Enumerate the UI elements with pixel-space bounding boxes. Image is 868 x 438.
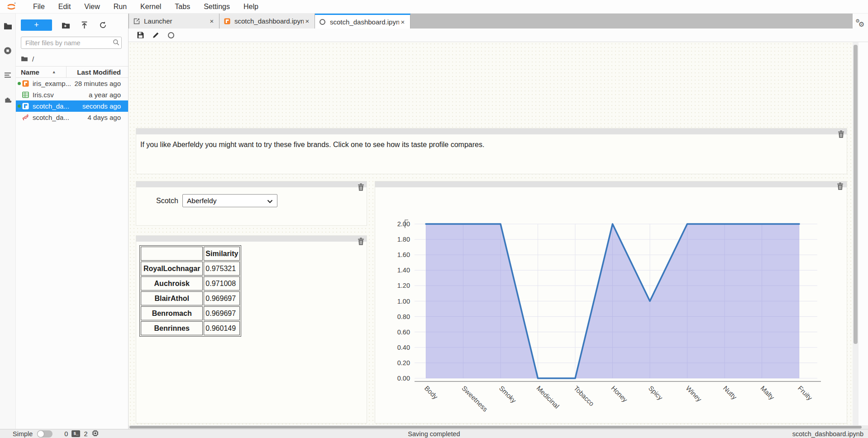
table-row[interactable]: RoyalLochnagar 0.975321 (141, 262, 240, 276)
right-edge-panel (858, 42, 868, 425)
svg-text:1.20: 1.20 (397, 282, 410, 289)
jupyter-logo-icon (4, 1, 19, 13)
file-modified: 28 minutes ago (71, 80, 128, 87)
file-name: iris_examp... (33, 80, 71, 87)
table-row[interactable]: Benrinnes 0.960149 (141, 321, 240, 335)
table-row[interactable]: Auchroisk 0.971008 (141, 276, 240, 290)
svg-text:Sweetness: Sweetness (460, 384, 489, 413)
kernel-status-icon[interactable] (167, 31, 176, 40)
svg-text:0.80: 0.80 (397, 313, 410, 320)
breadcrumb-root[interactable]: / (32, 55, 34, 63)
svg-text:Smoky: Smoky (498, 384, 518, 405)
svg-text:Spicy: Spicy (647, 384, 664, 401)
table-of-contents-icon[interactable] (3, 71, 12, 80)
running-dot (18, 105, 21, 108)
table-row[interactable]: Benromach 0.969697 (141, 306, 240, 320)
similarity-table-cell: Similarity RoyalLochnagar 0.975321 Auchr… (136, 235, 367, 424)
scrollbar-thumb[interactable] (854, 45, 858, 344)
svg-text:0.40: 0.40 (397, 344, 410, 351)
simple-mode-toggle[interactable] (37, 430, 52, 438)
svg-text:1.00: 1.00 (397, 298, 410, 305)
filter-files-input[interactable] (21, 37, 122, 49)
horizontal-scrollbar[interactable] (129, 425, 868, 429)
cell-drag-handle[interactable] (136, 181, 367, 187)
cell-drag-handle[interactable] (136, 236, 367, 242)
save-icon[interactable] (136, 31, 145, 40)
trash-icon[interactable] (837, 129, 845, 138)
refresh-icon[interactable] (98, 20, 108, 30)
tab-label: scotch_dashboard.ipynb (234, 17, 304, 25)
kernels-count[interactable]: 2 (84, 430, 87, 438)
main-area: Launcher × scotch_dashboard.ipynb × scot… (129, 14, 868, 429)
file-row[interactable]: Iris.csv a year ago (16, 89, 128, 100)
scotch-selected-value: Aberfeldy (187, 197, 267, 205)
terminal-icon[interactable]: $_ (72, 430, 80, 437)
file-row-selected[interactable]: scotch_da... seconds ago (16, 100, 128, 112)
search-icon (113, 39, 120, 48)
running-kernels-icon[interactable] (3, 46, 12, 55)
similarity-header-cell: Similarity (204, 247, 240, 261)
tab-launcher[interactable]: Launcher × (129, 14, 219, 29)
menu-edit[interactable]: Edit (52, 1, 78, 13)
menu-bar: File Edit View Run Kernel Tabs Settings … (0, 0, 868, 14)
file-row[interactable]: iris_examp... 28 minutes ago (16, 78, 128, 89)
table-row[interactable]: BlairAthol 0.969697 (141, 291, 240, 305)
file-name: scotch_da... (33, 102, 69, 110)
status-bar: Simple 0 $_ 2 Saving completed scotch_da… (0, 429, 868, 438)
menu-run[interactable]: Run (107, 1, 134, 13)
file-modified: 4 days ago (69, 114, 128, 121)
column-last-modified[interactable]: Last Modified (67, 68, 128, 76)
menu-help[interactable]: Help (237, 1, 265, 13)
new-launcher-button[interactable]: + (21, 19, 52, 31)
trash-icon[interactable] (357, 182, 365, 191)
kernel-chip-icon[interactable] (92, 430, 99, 438)
scotch-select-cell: Scotch Aberfeldy (136, 181, 367, 226)
close-icon[interactable]: × (208, 17, 215, 25)
scrollbar-thumb[interactable] (129, 426, 862, 428)
tab-scotch-dashboard-1[interactable]: scotch_dashboard.ipynb × (219, 14, 315, 29)
svg-text:1.40: 1.40 (397, 267, 410, 274)
running-dot (18, 82, 21, 85)
file-modified: seconds ago (69, 102, 128, 110)
trash-icon[interactable] (357, 237, 365, 246)
menu-file[interactable]: File (26, 1, 52, 13)
cell-drag-handle[interactable] (136, 129, 847, 134)
svg-text:Malty: Malty (759, 384, 776, 401)
taste-profile-chart[interactable]: 0.000.200.400.600.801.001.201.401.601.80… (375, 181, 848, 424)
extensions-icon[interactable] (3, 95, 12, 104)
upload-icon[interactable] (80, 20, 89, 30)
breadcrumb[interactable]: / (16, 49, 128, 63)
new-folder-icon[interactable] (61, 20, 71, 30)
svg-text:0.60: 0.60 (397, 328, 410, 336)
svg-text:Nutty: Nutty (722, 384, 739, 401)
svg-text:Winey: Winey (684, 384, 703, 403)
file-browser-icon[interactable] (3, 22, 12, 31)
menu-view[interactable]: View (77, 1, 106, 13)
right-toolbar: ⚙⚙ (853, 14, 868, 29)
menu-tabs[interactable]: Tabs (168, 1, 197, 13)
svg-text:0.00: 0.00 (397, 375, 410, 382)
svg-text:2.00: 2.00 (397, 220, 410, 228)
file-row[interactable]: PDF scotch_da... 4 days ago (16, 112, 128, 123)
kernel-circle-icon (320, 19, 327, 25)
column-name[interactable]: Name ▲ (16, 67, 67, 77)
file-browser-panel: + / Name ▲ (16, 14, 129, 429)
tab-scotch-dashboard-2[interactable]: scotch_dashboard.ipynb × (315, 14, 410, 29)
close-icon[interactable]: × (399, 18, 406, 26)
file-browser-toolbar: + (16, 14, 128, 31)
sidebar-rail (0, 14, 16, 429)
terminals-count[interactable]: 0 (64, 430, 68, 438)
file-modified: a year ago (54, 91, 128, 99)
svg-text:Tobacco: Tobacco (572, 384, 596, 408)
trash-icon[interactable] (837, 182, 845, 191)
scotch-select[interactable]: Aberfeldy (182, 194, 277, 207)
menu-kernel[interactable]: Kernel (134, 1, 168, 13)
vertical-scrollbar[interactable] (853, 42, 858, 425)
settings-gears-icon[interactable]: ⚙⚙ (855, 18, 865, 28)
edit-pencil-icon[interactable] (151, 31, 160, 40)
status-filename: scotch_dashboard.ipynb (792, 430, 868, 438)
close-icon[interactable]: × (304, 17, 311, 25)
notebook-icon (224, 18, 231, 24)
file-list-header: Name ▲ Last Modified (16, 66, 128, 78)
menu-settings[interactable]: Settings (197, 1, 237, 13)
